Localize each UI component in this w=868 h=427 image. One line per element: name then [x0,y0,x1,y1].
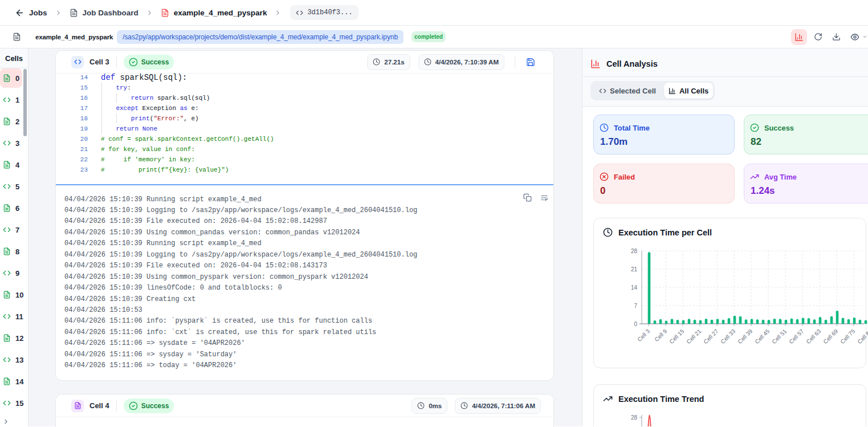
svg-text:0: 0 [634,321,637,327]
svg-text:7: 7 [634,303,637,309]
svg-text:Cell 57: Cell 57 [788,328,805,345]
svg-text:Cell 21: Cell 21 [685,328,702,345]
svg-text:Cell 69: Cell 69 [822,328,839,345]
svg-text:Cell 63: Cell 63 [805,328,822,345]
svg-text:Cell 27: Cell 27 [702,328,719,345]
svg-text:Cell 45: Cell 45 [753,328,771,345]
svg-text:Cell 39: Cell 39 [736,328,753,345]
svg-text:21: 21 [631,266,638,273]
svg-text:Cell 75: Cell 75 [839,328,856,345]
svg-text:Cell 51: Cell 51 [771,328,788,345]
svg-text:Cell 15: Cell 15 [668,328,685,345]
svg-text:28: 28 [631,414,638,421]
svg-text:Cell 33: Cell 33 [719,328,736,345]
svg-text:Cell 9: Cell 9 [653,328,668,343]
svg-text:14: 14 [631,284,638,291]
svg-text:Cell 3: Cell 3 [636,328,651,343]
svg-text:Cell 81: Cell 81 [856,328,868,345]
svg-text:28: 28 [631,248,638,254]
